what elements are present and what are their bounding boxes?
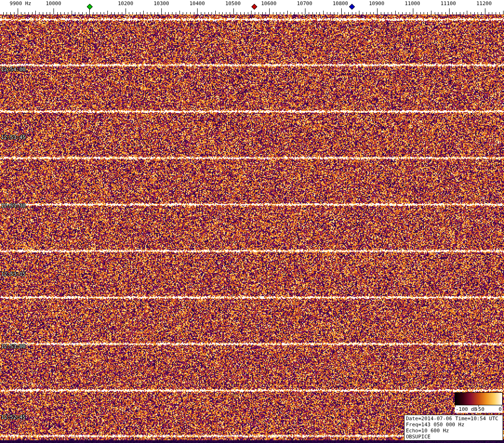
- freq-tick-label: 11100: [440, 0, 456, 7]
- freq-tick-label: 10200: [118, 0, 133, 7]
- frequency-ruler: 9900 Hz100001020010300104001050010600107…: [0, 0, 504, 14]
- colorbar-label-max: 0: [498, 406, 502, 412]
- amplitude-colorbar: -100 dB -50 0: [455, 392, 503, 413]
- time-axis-label: 12:53:00: [1, 344, 26, 350]
- info-line-station: OBSUPICE: [406, 434, 501, 440]
- freq-tick-label: 10900: [369, 0, 384, 7]
- freq-tick-label: 10400: [189, 0, 205, 7]
- colorbar-scale: -100 dB -50 0: [455, 405, 503, 413]
- observation-info-box: Date=2014-07-06 Time=10:54 UTC Freq=143 …: [404, 415, 503, 441]
- freq-tick-label: 10700: [297, 0, 312, 7]
- freq-tick-label: 10500: [225, 0, 240, 7]
- freq-tick-label: 10300: [153, 0, 169, 7]
- freq-tick-label: 10600: [261, 0, 276, 7]
- freq-tick-label: 11000: [405, 0, 420, 7]
- info-line-date: Date=2014-07-06 Time=10:54 UTC: [406, 416, 501, 422]
- freq-tick-label: 9900 Hz: [10, 0, 31, 7]
- info-line-echo: Echo=10 600 Hz: [406, 428, 501, 434]
- time-axis-label: 12:53:15: [1, 271, 26, 277]
- colorbar-label-min: -100 dB: [456, 406, 477, 412]
- colorbar-label-mid: -50: [475, 406, 484, 412]
- time-axis-label: 12:52:45: [1, 414, 26, 420]
- colorbar-gradient: [455, 392, 503, 405]
- time-axis-label: 12:54:00: [1, 66, 26, 73]
- time-axis-label: 12:53:45: [1, 134, 26, 140]
- colorbar-tick: [502, 405, 502, 407]
- freq-tick-label: 10800: [332, 0, 348, 7]
- waterfall-canvas[interactable]: [0, 14, 504, 443]
- info-line-freq: Freq=143 050 000 Hz: [406, 422, 501, 428]
- freq-tick-label: 11200: [476, 0, 491, 7]
- spectrogram-window: 9900 Hz100001020010300104001050010600107…: [0, 0, 504, 443]
- freq-tick-label: 10000: [46, 0, 61, 7]
- time-axis-label: 12:53:30: [1, 203, 26, 209]
